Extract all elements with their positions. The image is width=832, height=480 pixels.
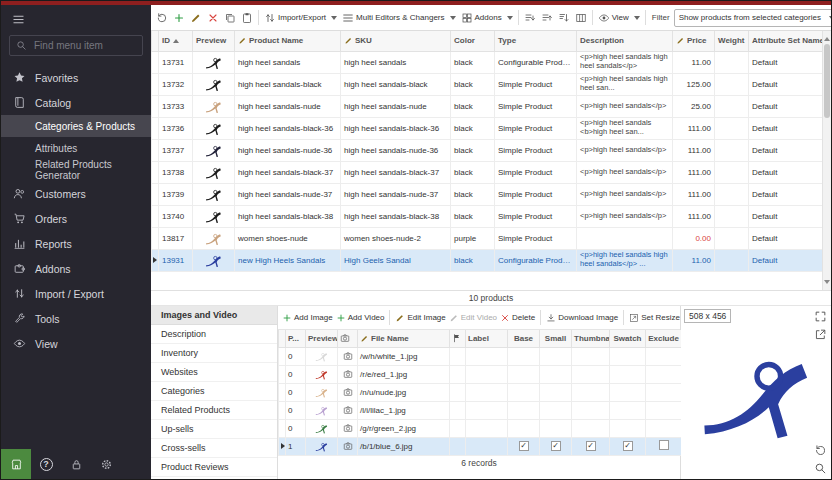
tab-websites[interactable]: Websites	[151, 363, 277, 382]
cell-attribute-set[interactable]: Default	[749, 205, 823, 227]
set-resize-rule-button[interactable]: Set Resize Rule	[629, 313, 680, 323]
view-menu[interactable]: View	[596, 10, 642, 26]
cell-flag[interactable]	[450, 419, 466, 437]
col-header-description[interactable]: Description	[577, 31, 673, 51]
cell-description[interactable]: <p>high heel sandals</p>	[577, 183, 673, 205]
row-marker[interactable]	[152, 117, 159, 139]
addons-menu[interactable]: Addons	[459, 10, 515, 26]
cell-label[interactable]	[466, 347, 508, 365]
cell-preview[interactable]	[193, 117, 235, 139]
cell-small-checkbox[interactable]	[540, 383, 572, 401]
sidebar-item-favorites[interactable]: Favorites	[1, 65, 151, 90]
cell-sku[interactable]: high heel sandals-nude-37	[341, 183, 451, 205]
cell-description[interactable]: <p>high heel sandals</p>	[577, 139, 673, 161]
row-marker[interactable]	[279, 419, 286, 437]
cell-thumb-checkbox[interactable]	[572, 347, 610, 365]
col-header-color[interactable]: Color	[451, 31, 495, 51]
cell-sku[interactable]: high heel sandals-black	[341, 73, 451, 95]
menu-toggle-button[interactable]	[1, 5, 151, 33]
cell-preview[interactable]	[193, 183, 235, 205]
cell-label[interactable]	[466, 383, 508, 401]
cell-color[interactable]: black	[451, 95, 495, 117]
row-marker[interactable]	[152, 139, 159, 161]
cell-thumb-checkbox[interactable]	[572, 383, 610, 401]
cell-thumb-checkbox[interactable]	[572, 437, 610, 455]
img-col-header-label[interactable]: Label	[466, 330, 508, 347]
edit-product-button[interactable]	[188, 10, 204, 26]
cell-file-name[interactable]: /w/h/white_1.jpg	[358, 347, 450, 365]
image-row[interactable]: 0/g/r/green_2.jpg	[279, 419, 682, 437]
row-marker[interactable]	[152, 95, 159, 117]
cell-id[interactable]: 13931	[159, 249, 193, 271]
cell-media-type[interactable]	[338, 365, 358, 383]
cell-swatch-checkbox[interactable]	[610, 347, 646, 365]
edit-image-button[interactable]: Edit Image	[395, 313, 445, 323]
scrollbar-thumb[interactable]	[824, 44, 830, 118]
cell-color[interactable]: black	[451, 51, 495, 73]
cell-swatch-checkbox[interactable]	[610, 401, 646, 419]
cell-type[interactable]: Simple Product	[495, 183, 577, 205]
cell-attribute-set[interactable]: Default	[749, 51, 823, 73]
cell-attribute-set[interactable]: Default	[749, 95, 823, 117]
tab-inventory[interactable]: Inventory	[151, 344, 277, 363]
collapse-all-button[interactable]	[539, 10, 555, 26]
small-checkbox[interactable]	[551, 441, 561, 451]
search-input[interactable]	[32, 39, 136, 52]
cell-sku[interactable]: high heel sandals-black-38	[341, 205, 451, 227]
row-marker[interactable]	[279, 437, 286, 455]
sidebar-item-customers[interactable]: Customers	[1, 181, 151, 206]
base-checkbox[interactable]	[519, 441, 529, 451]
cell-type[interactable]: Simple Product	[495, 95, 577, 117]
row-marker[interactable]	[279, 347, 286, 365]
img-col-header-camera[interactable]	[338, 330, 358, 347]
cell-product-name[interactable]: high heel sandals	[235, 51, 341, 73]
product-row[interactable]: 13731high heel sandalshigh heel sandalsb…	[152, 51, 823, 73]
sidebar-item-related-products-generator[interactable]: Related Products Generator	[1, 159, 151, 181]
cell-file-name[interactable]: /l/i/lilac_1.jpg	[358, 401, 450, 419]
cell-color[interactable]: purple	[451, 227, 495, 249]
cell-description[interactable]	[577, 227, 673, 249]
img-col-header-swatch[interactable]: Swatch	[610, 330, 646, 347]
product-row[interactable]: 13931new High Heels SandalsHigh Geels Sa…	[152, 249, 823, 271]
cell-id[interactable]: 13739	[159, 183, 193, 205]
cell-sku[interactable]: high heel sandals-black-36	[341, 117, 451, 139]
add-product-button[interactable]	[171, 10, 187, 26]
cell-flag[interactable]	[450, 347, 466, 365]
cell-weight[interactable]	[715, 183, 749, 205]
download-image-button[interactable]: Download Image	[546, 313, 618, 323]
cell-color[interactable]: black	[451, 73, 495, 95]
row-marker[interactable]	[152, 73, 159, 95]
cell-preview[interactable]	[193, 73, 235, 95]
tab-images-and-video[interactable]: Images and Video	[151, 306, 277, 325]
cell-price[interactable]: 111.00	[673, 117, 715, 139]
cell-exclude-checkbox[interactable]	[646, 347, 682, 365]
cell-preview[interactable]	[306, 383, 338, 401]
cell-product-name[interactable]: women shoes-nude	[235, 227, 341, 249]
cell-base-checkbox[interactable]	[508, 419, 540, 437]
row-marker[interactable]	[152, 227, 159, 249]
cell-description[interactable]: <p>high heel sandals</p>	[577, 205, 673, 227]
cell-preview[interactable]	[193, 161, 235, 183]
product-row[interactable]: 13740high heel sandals-black-38high heel…	[152, 205, 823, 227]
cell-base-checkbox[interactable]	[508, 365, 540, 383]
cell-color[interactable]: black	[451, 205, 495, 227]
product-row[interactable]: 13739high heel sandals-nude-37high heel …	[152, 183, 823, 205]
refresh-button[interactable]	[154, 10, 170, 26]
product-row[interactable]: 13732high heel sandals-blackhigh heel sa…	[152, 73, 823, 95]
edit-video-button[interactable]: Edit Video	[449, 313, 497, 323]
cell-product-name[interactable]: high heel sandals-nude	[235, 95, 341, 117]
cell-position[interactable]: 0	[286, 383, 306, 401]
sidebar-item-orders[interactable]: Orders	[1, 206, 151, 231]
cell-small-checkbox[interactable]	[540, 365, 572, 383]
tab-categories[interactable]: Categories	[151, 382, 277, 401]
cell-preview[interactable]	[193, 51, 235, 73]
product-row[interactable]: 13736high heel sandals-black-36high heel…	[152, 117, 823, 139]
sidebar-item-view[interactable]: View	[1, 331, 151, 356]
cell-weight[interactable]	[715, 205, 749, 227]
columns-button[interactable]	[573, 10, 589, 26]
paste-button[interactable]	[239, 10, 255, 26]
cell-attribute-set[interactable]: Default	[749, 183, 823, 205]
tab-description[interactable]: Description	[151, 325, 277, 344]
col-header-sku[interactable]: SKU	[341, 31, 451, 51]
tab-product-reviews[interactable]: Product Reviews	[151, 458, 277, 477]
